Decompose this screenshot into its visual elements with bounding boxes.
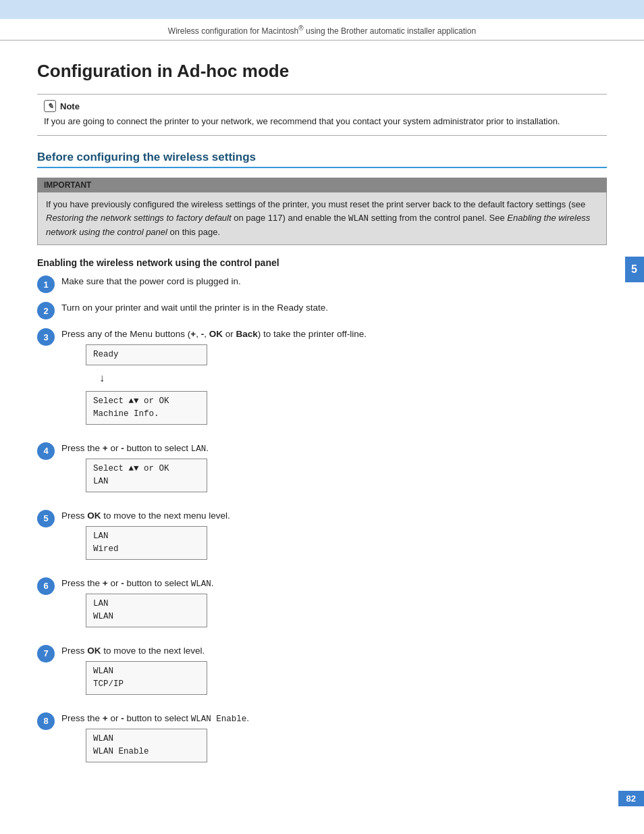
step-2-number: 2 bbox=[37, 302, 55, 319]
step-6-text: Press the + or - button to select WLAN. … bbox=[61, 577, 607, 636]
step-7-text: Press OK to move to the next level. WLAN… bbox=[61, 644, 607, 704]
chapter-tab: 5 bbox=[625, 257, 644, 282]
step-1: 1 Make sure that the power cord is plugg… bbox=[37, 275, 607, 293]
step-6: 6 Press the + or - button to select WLAN… bbox=[37, 577, 607, 636]
step-7-lcd-wrapper: WLANTCP/IP bbox=[86, 658, 607, 698]
main-content: 5 Configuration in Ad-hoc mode ✎ Note If… bbox=[0, 41, 644, 806]
step-4: 4 Press the + or - button to select LAN.… bbox=[37, 442, 607, 501]
page-number: 82 bbox=[618, 791, 644, 806]
step-7-lcd: WLANTCP/IP bbox=[86, 661, 207, 695]
step-3-text: Press any of the Menu buttons (+, -, OK … bbox=[61, 328, 607, 434]
important-box: IMPORTANT If you have previously configu… bbox=[37, 178, 607, 246]
step-8-lcd: WLANWLAN Enable bbox=[86, 729, 207, 762]
step-3-lcd-wrapper: Ready ↓ Select ▲▼ or OKMachine Info. bbox=[86, 341, 607, 427]
step-4-lcd: Select ▲▼ or OKLAN bbox=[86, 459, 207, 492]
header-text: Wireless configuration for Macintosh® us… bbox=[168, 26, 476, 36]
step-3-lcd1: Ready bbox=[86, 344, 207, 365]
note-header: ✎ Note bbox=[44, 100, 600, 112]
step-5-lcd: LANWired bbox=[86, 526, 207, 560]
section-heading: Before configuring the wireless settings bbox=[37, 151, 607, 168]
step-2: 2 Turn on your printer and wait until th… bbox=[37, 301, 607, 319]
important-label: IMPORTANT bbox=[37, 178, 607, 192]
note-text: If you are going to connect the printer … bbox=[44, 115, 600, 128]
step-4-lcd-wrapper: Select ▲▼ or OKLAN bbox=[86, 455, 607, 496]
step-1-number: 1 bbox=[37, 276, 55, 293]
important-text: If you have previously configured the wi… bbox=[46, 199, 590, 238]
step-5: 5 Press OK to move to the next menu leve… bbox=[37, 509, 607, 569]
top-bar bbox=[0, 0, 644, 19]
step-7-number: 7 bbox=[37, 645, 55, 662]
step-5-lcd-wrapper: LANWired bbox=[86, 523, 607, 563]
note-icon: ✎ bbox=[44, 100, 56, 112]
step-6-number: 6 bbox=[37, 577, 55, 595]
note-label: Note bbox=[60, 101, 80, 111]
important-content: If you have previously configured the wi… bbox=[37, 192, 607, 246]
step-3-lcd2: Select ▲▼ or OKMachine Info. bbox=[86, 391, 207, 425]
steps-list: 1 Make sure that the power cord is plugg… bbox=[37, 275, 607, 771]
step-8-lcd-wrapper: WLANWLAN Enable bbox=[86, 725, 607, 766]
step-8-number: 8 bbox=[37, 712, 55, 730]
step-8-text: Press the + or - button to select WLAN E… bbox=[61, 712, 607, 771]
step-4-text: Press the + or - button to select LAN. S… bbox=[61, 442, 607, 501]
step-3-number: 3 bbox=[37, 328, 55, 346]
step-6-lcd-wrapper: LANWLAN bbox=[86, 590, 607, 631]
header-line: Wireless configuration for Macintosh® us… bbox=[0, 19, 644, 41]
step-2-text: Turn on your printer and wait until the … bbox=[61, 301, 607, 315]
step-8: 8 Press the + or - button to select WLAN… bbox=[37, 712, 607, 771]
step-1-text: Make sure that the power cord is plugged… bbox=[61, 275, 607, 288]
step-7: 7 Press OK to move to the next level. WL… bbox=[37, 644, 607, 704]
step-3-arrow: ↓ bbox=[99, 370, 105, 386]
step-3: 3 Press any of the Menu buttons (+, -, O… bbox=[37, 328, 607, 434]
page-title: Configuration in Ad-hoc mode bbox=[37, 61, 607, 82]
step-5-text: Press OK to move to the next menu level.… bbox=[61, 509, 607, 569]
sub-heading: Enabling the wireless network using the … bbox=[37, 257, 607, 268]
step-6-lcd: LANWLAN bbox=[86, 594, 207, 627]
note-box: ✎ Note If you are going to connect the p… bbox=[37, 94, 607, 136]
step-4-number: 4 bbox=[37, 442, 55, 460]
step-5-number: 5 bbox=[37, 510, 55, 527]
